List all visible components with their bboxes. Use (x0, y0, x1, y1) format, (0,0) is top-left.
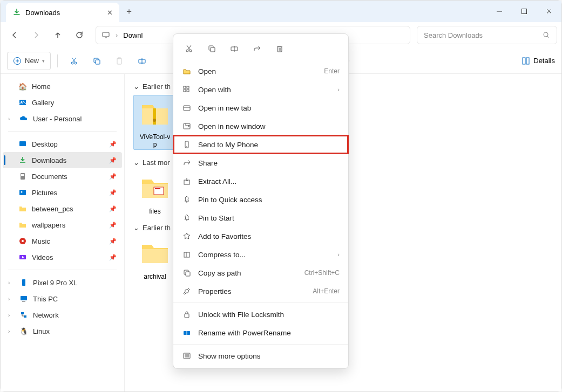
context-add-favorites[interactable]: Add to Favorites (173, 227, 348, 245)
sidebar-item-user[interactable]: ›User - Personal (3, 111, 122, 127)
network-icon (19, 310, 29, 320)
back-button[interactable] (5, 25, 24, 45)
titlebar: Downloads ✕ ＋ (1, 1, 561, 22)
chevron-down-icon: ▾ (42, 58, 45, 64)
cut-button[interactable] (180, 40, 198, 57)
separator (173, 344, 348, 345)
file-files[interactable]: files (133, 171, 177, 215)
context-unlock[interactable]: Unlock with File Locksmith (173, 305, 348, 324)
sidebar: 🏠Home Gallery ›User - Personal Desktop📌 … (1, 74, 125, 391)
search-icon (543, 31, 550, 39)
pin-icon: 📌 (109, 173, 117, 180)
chevron-right-icon: › (8, 296, 15, 302)
minimize-button[interactable] (487, 1, 512, 22)
svg-rect-11 (117, 58, 121, 64)
close-button[interactable] (537, 1, 561, 22)
paste-button[interactable] (110, 52, 129, 70)
context-copy-path[interactable]: Copy as pathCtrl+Shift+C (173, 264, 348, 282)
context-compress[interactable]: Compress to...› (173, 245, 348, 264)
download-icon (18, 155, 28, 165)
sidebar-item-wallpapers[interactable]: wallpapers📌 (3, 217, 122, 233)
context-open[interactable]: OpenEnter (173, 62, 348, 80)
svg-rect-44 (277, 47, 282, 52)
sidebar-item-linux[interactable]: ›🐧Linux (3, 323, 122, 339)
forward-button[interactable] (26, 25, 46, 45)
lock-icon (182, 310, 192, 319)
cut-button[interactable] (64, 52, 84, 70)
sidebar-item-between-pcs[interactable]: between_pcs📌 (3, 201, 122, 217)
svg-rect-21 (21, 174, 24, 175)
pin-icon: 📌 (109, 157, 117, 164)
svg-rect-20 (21, 173, 25, 180)
svg-rect-34 (153, 108, 156, 125)
sidebar-item-gallery[interactable]: Gallery (3, 94, 122, 111)
svg-rect-51 (187, 90, 189, 92)
svg-rect-41 (211, 47, 215, 52)
context-properties[interactable]: PropertiesAlt+Enter (173, 282, 348, 300)
window-icon (182, 121, 192, 131)
delete-button[interactable] (270, 40, 289, 57)
gallery-icon (18, 98, 28, 107)
context-show-more[interactable]: Show more options (173, 347, 348, 365)
svg-rect-29 (21, 296, 27, 300)
window-controls (487, 1, 561, 22)
maximize-button[interactable] (512, 1, 537, 22)
pc-icon (19, 294, 29, 304)
context-open-with[interactable]: Open with› (173, 80, 348, 99)
sidebar-item-home[interactable]: 🏠Home (3, 78, 122, 94)
share-button[interactable] (248, 40, 266, 57)
pin-icon: 📌 (109, 238, 117, 245)
compress-icon (182, 250, 192, 259)
copy-button[interactable] (202, 40, 221, 57)
chevron-right-icon: › (8, 280, 15, 286)
up-button[interactable] (48, 25, 67, 45)
chevron-down-icon: ⌄ (133, 82, 139, 91)
sidebar-item-thispc[interactable]: ›This PC (3, 291, 122, 307)
home-icon: 🏠 (18, 81, 28, 91)
sidebar-item-pictures[interactable]: Pictures📌 (3, 184, 122, 201)
sidebar-item-desktop[interactable]: Desktop📌 (3, 136, 122, 152)
rename-button[interactable] (132, 52, 152, 70)
context-send-to-phone[interactable]: Send to My Phone (173, 135, 348, 154)
sidebar-item-videos[interactable]: Videos📌 (3, 249, 122, 265)
context-pin-quick[interactable]: Pin to Quick access (173, 190, 348, 209)
svg-point-7 (71, 62, 73, 64)
copy-button[interactable] (87, 52, 106, 70)
new-button[interactable]: New ▾ (7, 52, 51, 70)
address-path: Downl (123, 31, 143, 39)
copy-path-icon (182, 268, 192, 278)
new-tab-button[interactable]: ＋ (125, 6, 133, 17)
context-rename-power[interactable]: Rename with PowerRename (173, 324, 348, 342)
sidebar-item-documents[interactable]: Documents📌 (3, 168, 122, 184)
context-open-window[interactable]: Open in new window (173, 117, 348, 135)
chevron-right-icon: › (8, 328, 15, 334)
sidebar-item-music[interactable]: Music📌 (3, 233, 122, 249)
context-extract[interactable]: Extract All... (173, 172, 348, 190)
file-vivetool[interactable]: ViVeTool-v p (133, 95, 177, 150)
svg-rect-1 (522, 9, 527, 14)
sidebar-item-downloads[interactable]: Downloads📌 (3, 152, 122, 168)
svg-point-38 (186, 50, 188, 52)
close-icon[interactable]: ✕ (107, 9, 113, 17)
onedrive-icon (19, 114, 29, 123)
refresh-button[interactable] (70, 25, 89, 45)
sidebar-item-pixel[interactable]: ›Pixel 9 Pro XL (3, 274, 122, 291)
context-menu: OpenEnter Open with› Open in new tab Ope… (173, 33, 349, 369)
details-button[interactable]: Details (522, 57, 555, 65)
file-archival[interactable]: archival (133, 236, 177, 280)
context-pin-start[interactable]: Pin to Start (173, 209, 348, 227)
svg-rect-15 (523, 58, 525, 64)
chevron-right-icon: › (116, 31, 118, 39)
svg-rect-23 (19, 190, 26, 195)
tab-title: Downloads (25, 9, 60, 17)
context-open-tab[interactable]: Open in new tab (173, 99, 348, 117)
context-share[interactable]: Share (173, 154, 348, 172)
sidebar-item-network[interactable]: ›Network (3, 307, 122, 323)
svg-rect-19 (19, 141, 26, 146)
svg-point-4 (544, 32, 548, 37)
tab-downloads[interactable]: Downloads ✕ (6, 3, 119, 22)
rename-button[interactable] (225, 40, 243, 57)
search-input[interactable]: Search Downloads (417, 26, 557, 44)
svg-rect-16 (526, 58, 529, 64)
share-icon (182, 158, 192, 168)
